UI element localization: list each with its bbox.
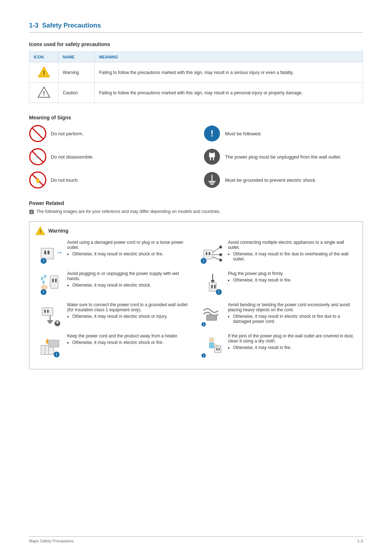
sign-item-no-perform: Do not perform. [29, 125, 189, 142]
warning-header-icon: ! [35, 226, 45, 235]
svg-rect-86 [216, 348, 217, 350]
caution-meaning-cell: Failing to follow the precautions marked… [95, 83, 363, 103]
plug-firmly-img: ! [199, 271, 224, 296]
wet-hands-img: ! [38, 271, 64, 296]
footer-right: 1-3 [357, 539, 363, 543]
svg-text:!: ! [43, 90, 45, 97]
warning-item-multiple: ! Avoid connecting multiple electric app… [199, 240, 354, 265]
bending-heading: Avoid bending or twisting the power cord… [228, 302, 354, 312]
svg-text:!: ! [203, 259, 204, 263]
warning-box: ! Warning → ! [29, 221, 363, 369]
plug-firmly-text: Plug the power plug in firmly. Otherwise… [228, 271, 354, 296]
svg-rect-61 [204, 250, 213, 259]
svg-rect-85 [215, 346, 221, 353]
warning-triangle-icon: ! [37, 66, 50, 78]
warning-item-plug-firmly: ! Plug the power plug in firmly. Otherwi… [199, 271, 354, 296]
heater-bullet: Otherwise, it may result in electric sho… [72, 340, 193, 345]
svg-text:✋: ✋ [35, 177, 41, 184]
svg-rect-35 [50, 276, 58, 288]
table-row: ! Caution Failing to follow the precauti… [29, 83, 363, 103]
svg-rect-36 [52, 279, 54, 282]
warning-label: Warning [48, 228, 68, 234]
page-footer: Major Safety Precautions 1-3 [29, 536, 363, 543]
svg-rect-29 [41, 248, 54, 259]
svg-rect-37 [55, 279, 57, 282]
wet-hands-text: Avoid plugging in or unplugging the powe… [67, 271, 193, 296]
meaning-signs-title: Meaning of Signs [29, 115, 363, 120]
caution-triangle-icon: ! [37, 86, 50, 98]
svg-rect-74 [214, 285, 216, 288]
multiple-text: Avoid connecting multiple electric appli… [228, 240, 354, 265]
meaning-grid: Do not perform. ! Must be followed. 🔧 Do… [29, 125, 363, 189]
warning-item-dust: ! If the pins of the power plug or the w… [199, 333, 354, 359]
multiple-heading: Avoid connecting multiple electric appli… [228, 240, 354, 250]
warning-meaning-cell: Failing to follow the precautions marked… [95, 62, 363, 83]
dust-heading: If the pins of the power plug or the wal… [228, 333, 354, 344]
svg-rect-63 [209, 252, 210, 255]
col-name: NAME [58, 52, 95, 62]
svg-text:🔧: 🔧 [35, 155, 40, 160]
svg-text:!: ! [56, 353, 57, 357]
svg-point-68 [219, 253, 222, 256]
svg-rect-79 [207, 315, 217, 320]
section-title: 1-3 Safety Precautions [29, 22, 363, 29]
damaged-cord-heading: Avoid using a damaged power cord or plug… [67, 240, 193, 250]
reference-note: i The following images are for your refe… [29, 209, 363, 216]
warning-col-left: → ! Avoid using a damaged power cord or … [35, 240, 196, 365]
heater-img: ! [38, 333, 64, 359]
dust-text: If the pins of the power plug or the wal… [228, 333, 354, 359]
icon-warning-cell: ! [29, 62, 58, 83]
no-perform-icon [29, 125, 46, 142]
col-meaning: MEANING [95, 52, 363, 62]
sign-item-must-follow: ! Must be followed. [203, 125, 363, 142]
unplug-label: The power plug must be unplugged from th… [225, 154, 341, 160]
svg-point-90 [220, 346, 221, 347]
wet-hands-bullet: Otherwise, it may result in electric sho… [72, 283, 193, 288]
svg-rect-46 [47, 310, 49, 313]
dust-bullet: Otherwise, it may result in fire. [233, 345, 354, 350]
wet-hands-heading: Avoid plugging in or unplugging the powe… [67, 271, 193, 281]
svg-rect-73 [211, 285, 213, 288]
sign-item-unplug: The power plug must be unplugged from th… [203, 148, 363, 165]
warning-name-cell: Warning [58, 62, 95, 83]
icons-table: ICON NAME MEANING ! Warning Failing to f… [29, 52, 363, 103]
warning-item-damaged-cord: → ! Avoid using a damaged power cord or … [38, 240, 193, 265]
svg-point-40 [42, 280, 45, 284]
no-touch-label: Do not touch. [51, 177, 79, 183]
sign-item-ground: Must be grounded to prevent electric sho… [203, 171, 363, 189]
grounded-text: Make sure to connect the power cord to a… [67, 302, 193, 328]
caution-name-cell: Caution [58, 83, 95, 103]
svg-point-38 [41, 277, 43, 280]
svg-line-64 [213, 247, 220, 253]
section-divider [29, 32, 363, 33]
svg-point-69 [219, 259, 222, 262]
svg-point-67 [219, 246, 222, 249]
svg-rect-62 [206, 252, 207, 255]
no-touch-icon: ✋ [29, 171, 46, 189]
sign-item-no-disassemble: 🔧 Do not disassemble. [29, 148, 189, 165]
svg-rect-45 [44, 310, 46, 313]
svg-text:!: ! [203, 323, 204, 327]
plug-firmly-heading: Plug the power plug in firmly. [228, 271, 354, 276]
must-follow-label: Must be followed. [225, 131, 262, 136]
svg-rect-87 [219, 348, 220, 350]
section-title-text: Safety Precautions [42, 22, 101, 29]
dust-img: ! [199, 333, 224, 359]
section-number: 1-3 [29, 22, 38, 29]
multiple-bullet: Otherwise, it may result in fire due to … [233, 251, 354, 262]
icon-caution-cell: ! [29, 83, 58, 103]
grounded-bullet: Otherwise, it may result in electric sho… [72, 314, 193, 319]
svg-text:!: ! [43, 70, 45, 76]
svg-text:!: ! [43, 290, 44, 294]
svg-point-39 [44, 275, 46, 278]
power-related-title: Power Related [29, 200, 363, 206]
no-disassemble-icon: 🔧 [29, 148, 46, 165]
damaged-cord-text: Avoid using a damaged power cord or plug… [67, 240, 193, 265]
svg-text:!: ! [218, 290, 219, 294]
svg-text:i: i [31, 210, 32, 214]
no-disassemble-label: Do not disassemble. [51, 154, 94, 160]
grounded-heading: Make sure to connect the power cord to a… [67, 302, 193, 312]
svg-point-82 [209, 337, 214, 342]
warning-col-right: ! Avoid connecting multiple electric app… [196, 240, 357, 365]
svg-text:!: ! [203, 354, 204, 358]
